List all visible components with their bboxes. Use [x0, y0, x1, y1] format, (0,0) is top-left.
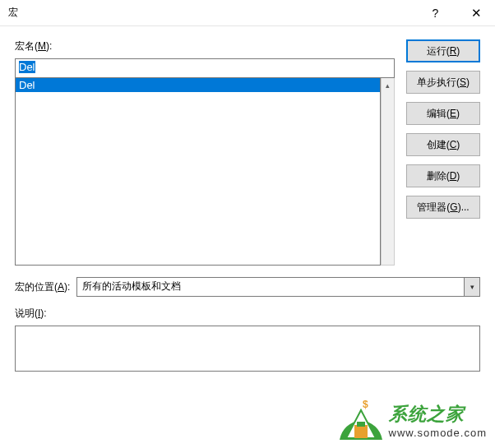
window-title: 宏: [8, 6, 18, 20]
delete-button[interactable]: 删除(D): [406, 164, 480, 187]
titlebar: 宏 ? ✕: [0, 0, 495, 26]
edit-button[interactable]: 编辑(E): [406, 102, 480, 125]
location-select[interactable]: 所有的活动模板和文档 ▾: [76, 277, 480, 297]
help-button[interactable]: ?: [417, 0, 454, 26]
description-label: 说明(I):: [15, 307, 480, 321]
dialog-content: 宏名(M): Del Del ▴ 运行(R) 单步执行(S) 编辑(E) 创建(…: [0, 26, 495, 380]
close-button[interactable]: ✕: [458, 0, 495, 26]
watermark-url: www.somode.com: [389, 427, 487, 439]
macro-name-label: 宏名(M):: [15, 39, 395, 53]
macro-location-label: 宏的位置(A):: [15, 280, 70, 294]
manager-button[interactable]: 管理器(G)...: [406, 196, 480, 219]
svg-rect-1: [357, 422, 365, 427]
watermark-title: 系统之家: [389, 402, 487, 427]
create-button[interactable]: 创建(C): [406, 133, 480, 156]
macro-list[interactable]: Del: [15, 78, 381, 266]
description-box[interactable]: [15, 326, 480, 372]
list-item[interactable]: Del: [16, 78, 380, 92]
watermark-icon: $: [338, 399, 384, 441]
run-button[interactable]: 运行(R): [406, 39, 480, 62]
location-value: 所有的活动模板和文档: [76, 277, 464, 297]
svg-text:$: $: [363, 399, 368, 410]
scroll-up-icon[interactable]: ▴: [382, 78, 394, 92]
svg-rect-0: [354, 425, 368, 438]
step-button[interactable]: 单步执行(S): [406, 71, 480, 94]
watermark: $ 系统之家 www.somode.com: [338, 399, 487, 441]
scrollbar[interactable]: ▴: [381, 78, 395, 266]
chevron-down-icon[interactable]: ▾: [464, 277, 480, 297]
macro-name-input[interactable]: Del: [15, 58, 395, 78]
